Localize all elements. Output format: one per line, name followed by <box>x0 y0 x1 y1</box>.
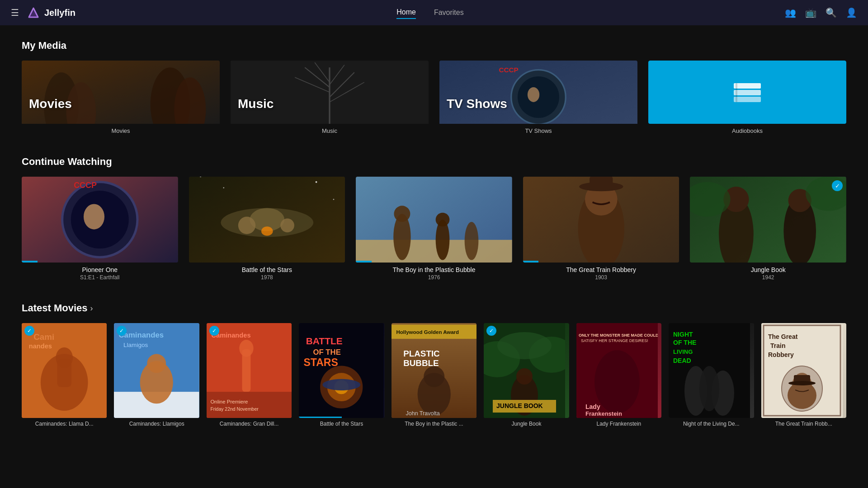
robbery-progress <box>523 261 539 263</box>
svg-text:BATTLE: BATTLE <box>306 336 343 346</box>
latest-card-3[interactable]: BATTLE OF THE STARS Battle of the Stars <box>299 323 384 427</box>
media-card-audiobooks[interactable]: Audiobooks <box>648 61 846 134</box>
continue-watching-title: Continue Watching <box>22 156 846 168</box>
jungle-title: Jungle Book <box>690 266 846 273</box>
nav-favorites[interactable]: Favorites <box>434 7 464 19</box>
svg-point-36 <box>223 187 224 188</box>
svg-rect-40 <box>356 240 512 263</box>
nav-home[interactable]: Home <box>396 6 416 19</box>
pioneer-subtitle: S1:E1 - Earthfall <box>22 274 178 281</box>
svg-text:John Travolta: John Travolta <box>406 410 439 417</box>
svg-point-124 <box>788 381 816 385</box>
pioneer-thumbnail: СССР <box>22 177 178 263</box>
svg-text:Frankenstein: Frankenstein <box>585 410 622 417</box>
latest-movies-header: Latest Movies › <box>22 302 846 314</box>
svg-text:ONLY THE MONSTER SHE MADE COUL: ONLY THE MONSTER SHE MADE COULD <box>579 333 658 338</box>
latest-thumb-5: ✓ JUNGLE BOOK <box>484 323 569 418</box>
music-label: Music <box>238 97 274 111</box>
svg-text:The Great: The Great <box>768 333 798 340</box>
latest-card-2[interactable]: ✓ Caminandes Online Premiere Friday 22nd… <box>207 323 292 427</box>
svg-rect-21 <box>734 90 761 95</box>
latest-card-4[interactable]: Hollywood Golden Award PLASTIC BUBBLE Jo… <box>392 323 476 427</box>
my-media-grid: Movies Movies <box>22 61 846 134</box>
jungle-check-badge: ✓ <box>832 180 843 191</box>
latest-progress-3 <box>299 417 341 418</box>
music-thumbnail <box>231 61 429 124</box>
svg-point-27 <box>84 204 104 229</box>
bubble-year: 1976 <box>356 274 512 281</box>
user-icon[interactable]: 👤 <box>846 7 857 18</box>
svg-text:Friday 22nd November: Friday 22nd November <box>210 407 259 412</box>
latest-thumb-2: ✓ Caminandes Online Premiere Friday 22nd… <box>207 323 292 418</box>
hamburger-menu[interactable]: ☰ <box>11 7 19 18</box>
svg-rect-22 <box>734 97 761 102</box>
bubble-progress <box>356 261 372 263</box>
svg-point-122 <box>788 382 816 409</box>
media-card-music[interactable]: Music Music <box>231 61 429 134</box>
check-badge-2: ✓ <box>209 326 219 336</box>
svg-text:JUNGLE BOOK: JUNGLE BOOK <box>496 402 543 409</box>
latest-movies-grid: ✓ Cami nandes Caminandes: Llama D... ✓ <box>22 323 846 427</box>
svg-point-44 <box>436 213 450 227</box>
media-card-movies[interactable]: Movies Movies <box>22 61 220 134</box>
battle-title: Battle of the Stars <box>189 266 345 273</box>
battle-thumbnail <box>189 177 345 263</box>
latest-title-2: Caminandes: Gran Dill... <box>207 421 292 427</box>
jungle-year: 1942 <box>690 274 846 281</box>
latest-thumb-3: BATTLE OF THE STARS <box>299 323 384 418</box>
latest-card-5[interactable]: ✓ JUNGLE BOOK Jungle Book <box>484 323 569 427</box>
latest-thumb-4: Hollywood Golden Award PLASTIC BUBBLE Jo… <box>392 323 476 418</box>
search-icon[interactable]: 🔍 <box>826 7 837 18</box>
svg-point-67 <box>147 354 166 373</box>
header-right: 👥 📺 🔍 👤 <box>785 7 857 18</box>
svg-text:Lady: Lady <box>585 403 600 410</box>
audiobooks-icon <box>729 74 765 110</box>
svg-point-42 <box>394 206 410 222</box>
continue-card-pioneer[interactable]: СССР Pioneer One S1:E1 - Earthfall <box>22 177 178 281</box>
battle-year: 1978 <box>189 274 345 281</box>
latest-thumb-8: The Great Train Robbery <box>761 323 846 418</box>
latest-card-6[interactable]: ONLY THE MONSTER SHE MADE COULD SATISFY … <box>576 323 661 427</box>
media-card-tvshows[interactable]: СССР TV Shows TV Shows <box>439 61 637 134</box>
latest-title-8: The Great Train Robb... <box>761 421 846 427</box>
svg-text:Cami: Cami <box>33 332 54 342</box>
svg-point-91 <box>424 366 444 387</box>
logo[interactable]: Jellyfin <box>26 5 75 20</box>
users-icon[interactable]: 👥 <box>785 7 796 18</box>
header-left: ☰ Jellyfin <box>11 5 75 20</box>
svg-point-32 <box>238 217 255 234</box>
svg-rect-23 <box>736 83 737 102</box>
cast-icon[interactable]: 📺 <box>805 7 816 18</box>
logo-icon <box>26 5 41 20</box>
svg-point-61 <box>56 347 73 368</box>
tvshows-label: TV Shows <box>447 97 507 111</box>
pioneer-progress <box>22 261 38 263</box>
tvshows-thumbnail: СССР <box>439 61 637 124</box>
latest-title-4: The Boy in the Plastic ... <box>392 421 476 427</box>
svg-text:Train: Train <box>770 342 785 349</box>
main-content: My Media <box>0 25 868 441</box>
audiobooks-thumbnail <box>648 61 846 124</box>
robbery-year: 1903 <box>523 274 679 281</box>
svg-text:BUBBLE: BUBBLE <box>403 358 439 368</box>
svg-text:СССР: СССР <box>499 66 518 74</box>
latest-card-8[interactable]: The Great Train Robbery The Great Train … <box>761 323 846 427</box>
latest-thumb-6: ONLY THE MONSTER SHE MADE COULD SATISFY … <box>576 323 661 418</box>
robbery-thumbnail <box>523 177 679 263</box>
svg-text:LIVING: LIVING <box>673 348 693 355</box>
svg-text:СССР: СССР <box>74 181 97 190</box>
svg-point-104 <box>594 350 640 413</box>
latest-title-3: Battle of the Stars <box>299 421 384 427</box>
continue-card-battle[interactable]: Battle of the Stars 1978 <box>189 177 345 281</box>
latest-card-0[interactable]: ✓ Cami nandes Caminandes: Llama D... <box>22 323 107 427</box>
continue-card-robbery[interactable]: The Great Train Robbery 1903 <box>523 177 679 281</box>
latest-card-1[interactable]: ✓ Caminandes Llamigos Caminandes: Llamig… <box>114 323 199 427</box>
latest-movies-arrow[interactable]: › <box>90 304 93 313</box>
latest-title-5: Jungle Book <box>484 421 569 427</box>
svg-text:Robbery: Robbery <box>768 351 794 358</box>
latest-card-7[interactable]: NIGHT OF THE LIVING DEAD Night of the Li… <box>669 323 754 427</box>
continue-card-jungle[interactable]: ✓ Jungle Book 1942 <box>690 177 846 281</box>
continue-card-bubble[interactable]: The Boy in the Plastic Bubble 1976 <box>356 177 512 281</box>
svg-point-38 <box>333 199 334 200</box>
bubble-title: The Boy in the Plastic Bubble <box>356 266 512 273</box>
